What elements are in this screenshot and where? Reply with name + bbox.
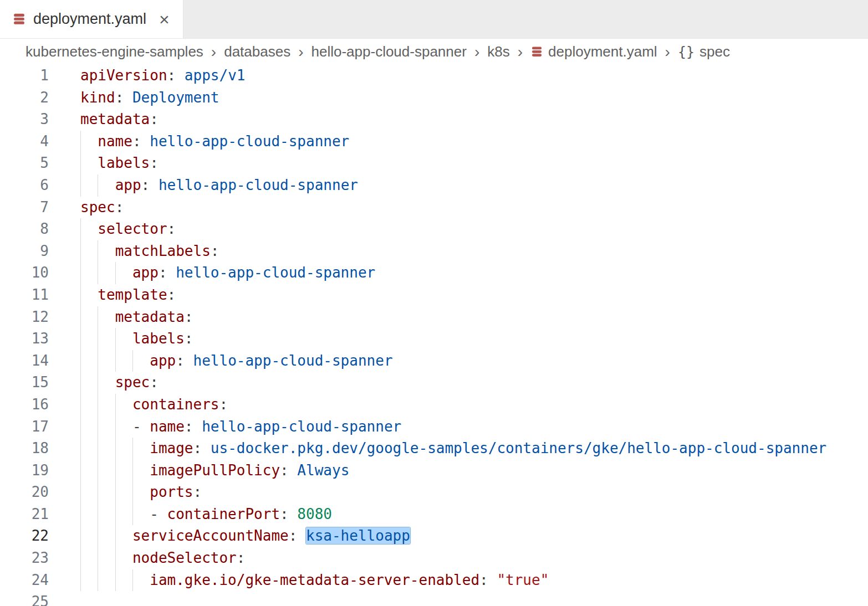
breadcrumb-item-k8s[interactable]: k8s [487,43,509,60]
code-line[interactable]: 10 app: hello-app-cloud-spanner [0,262,868,284]
indent-guide-icon [80,152,81,174]
code-line[interactable]: 11 template: [0,284,868,306]
code-line[interactable]: 15 spec: [0,372,868,394]
code-line[interactable]: 12 metadata: [0,306,868,328]
line-number[interactable]: 3 [0,109,49,131]
line-number[interactable]: 16 [0,394,49,416]
code-line[interactable]: 8 selector: [0,218,868,240]
line-number[interactable]: 11 [0,284,49,306]
token-punc: - [132,418,150,435]
code-line[interactable]: 17 - name: hello-app-cloud-spanner [0,416,868,438]
line-number[interactable]: 1 [0,65,49,87]
line-number[interactable]: 17 [0,416,49,438]
breadcrumb-item-hello-app-cloud-spanner[interactable]: hello-app-cloud-spanner [312,43,467,60]
line-number[interactable]: 10 [0,262,49,284]
line-number[interactable]: 18 [0,438,49,460]
chevron-right-icon: › [518,44,523,60]
breadcrumb-item-kubernetes-engine-samples[interactable]: kubernetes-engine-samples [25,43,203,60]
token-str: Always [297,462,349,479]
line-number[interactable]: 12 [0,306,49,328]
indent-guide-icon [98,416,98,438]
code-line-content: image: us-docker.pkg.dev/google-samples/… [80,438,868,460]
token-key: labels [98,155,150,171]
code-line[interactable]: 1apiVersion: apps/v1 [0,65,868,87]
breadcrumb-item-databases[interactable]: databases [224,43,290,60]
code-line[interactable]: 7spec: [0,197,868,219]
code-line[interactable]: 9 matchLabels: [0,240,868,263]
code-line[interactable]: 23 nodeSelector: [0,547,868,569]
token-key: metadata [80,111,150,127]
code-line[interactable]: 4 name: hello-app-cloud-spanner [0,131,868,153]
indent-guide-icon [132,481,133,504]
line-number[interactable]: 19 [0,460,49,482]
line-number[interactable]: 21 [0,504,49,526]
indent-guide-icon [80,504,81,526]
line-number[interactable]: 22 [0,525,49,547]
code-line[interactable]: 2kind: Deployment [0,87,868,109]
code-line[interactable]: 21 - containerPort: 8080 [0,504,868,526]
line-number[interactable]: 20 [0,481,49,504]
code-line[interactable]: 16 containers: [0,394,868,416]
line-number[interactable]: 15 [0,372,49,394]
code-line-content: kind: Deployment [80,87,868,109]
line-number[interactable]: 4 [0,131,49,153]
line-number[interactable]: 2 [0,87,49,109]
code-line-content: app: hello-app-cloud-spanner [80,262,868,284]
code-line[interactable]: 20 ports: [0,481,868,504]
code-line[interactable]: 6 app: hello-app-cloud-spanner [0,174,868,197]
code-line[interactable]: 14 app: hello-app-cloud-spanner [0,350,868,372]
code-line[interactable]: 24 iam.gke.io/gke-metadata-server-enable… [0,569,868,592]
code-text: app: hello-app-cloud-spanner [80,177,358,193]
indent-guide-icon [80,218,81,240]
token-key: ports [150,484,193,500]
tab-deployment-yaml[interactable]: deployment.yaml × [0,0,183,38]
token-str: Deployment [132,89,219,106]
token-punc: : [150,374,159,391]
indent-guide-icon [115,416,116,438]
indent-guide-icon [98,262,98,284]
code-text: iam.gke.io/gke-metadata-server-enabled: … [80,572,549,588]
indent-guide-icon [132,350,133,372]
code-line[interactable]: 25 [0,591,868,606]
line-number[interactable]: 9 [0,240,49,263]
line-number[interactable]: 24 [0,569,49,592]
indent-guide-icon [98,525,98,547]
breadcrumb-item-spec[interactable]: {} spec [678,43,730,60]
line-number[interactable]: 6 [0,174,49,197]
token-key: iam.gke.io/gke-metadata-server-enabled [150,572,479,588]
code-line[interactable]: 3metadata: [0,109,868,131]
line-number[interactable]: 13 [0,328,49,350]
token-key: nodeSelector [132,549,237,566]
code-line-content: - containerPort: 8080 [80,504,868,526]
line-number[interactable]: 7 [0,197,49,219]
indent-guide-icon [98,504,98,526]
code-line[interactable]: 5 labels: [0,152,868,174]
code-text: name: hello-app-cloud-spanner [80,133,349,150]
code-line-content: apiVersion: apps/v1 [80,65,868,87]
token-punc: : [185,309,193,325]
selected-token: ksa-helloapp [306,527,410,544]
line-number[interactable]: 25 [0,591,49,606]
indent-guide-icon [98,350,98,372]
line-number[interactable]: 23 [0,547,49,569]
breadcrumb-item-deployment-yaml[interactable]: deployment.yaml [530,43,657,60]
indent-guide-icon [98,240,98,263]
line-number[interactable]: 5 [0,152,49,174]
token-key: metadata [115,309,185,325]
code-line-content: ports: [80,481,868,504]
code-text: imagePullPolicy: Always [80,462,349,479]
code-text: selector: [80,220,176,237]
token-str: hello-app-cloud-spanner [202,418,401,435]
code-line[interactable]: 13 labels: [0,328,868,350]
indent-guide-icon [98,481,98,504]
line-number[interactable]: 14 [0,350,49,372]
code-line[interactable]: 18 image: us-docker.pkg.dev/google-sampl… [0,438,868,460]
code-line-content: containers: [80,394,868,416]
chevron-right-icon: › [211,44,216,60]
line-number[interactable]: 8 [0,218,49,240]
code-line-content: - name: hello-app-cloud-spanner [80,416,868,438]
token-key: name [98,133,132,150]
code-line[interactable]: 22 serviceAccountName: ksa-helloapp [0,525,868,547]
close-icon[interactable]: × [159,11,170,28]
code-line[interactable]: 19 imagePullPolicy: Always [0,460,868,482]
